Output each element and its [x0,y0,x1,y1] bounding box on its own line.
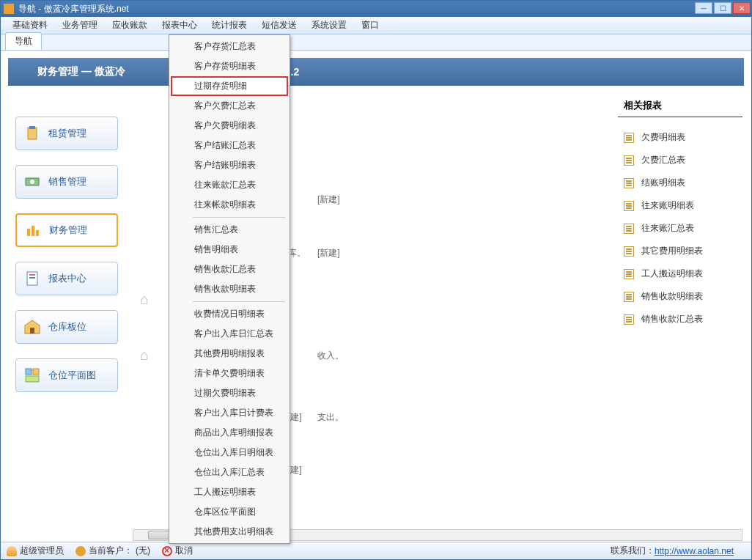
related-reports-panel: 相关报表 欠费明细表欠费汇总表结账明细表往来账明细表往来账汇总表其它费用明细表工… [618,95,742,339]
nav-rental[interactable]: 租赁管理 [15,117,118,150]
document-icon [624,269,634,279]
dropdown-item[interactable]: 其他费用支出明细表 [171,522,288,542]
bg-new-2[interactable]: [新建] [317,247,340,259]
dropdown-item[interactable]: 过期存货明细 [171,76,288,96]
related-report-label: 往来账汇总表 [641,222,694,235]
nav-sales[interactable]: 销售管理 [15,165,118,199]
window-title: 导航 - 傲蓝冷库管理系统.net [18,3,694,15]
dropdown-item[interactable]: 销售明细表 [171,240,288,259]
dropdown-item[interactable]: 工人搬运明细表 [171,482,288,502]
content-area: 财务管理 — 傲蓝冷 v5.2 租赁管理 销售管理 财务管理 报表中心 [1,51,751,542]
dropdown-item[interactable]: 清卡单欠费明细表 [171,364,288,383]
dropdown-item[interactable]: 过期欠费明细表 [171,383,288,403]
status-cancel-label: 取消 [175,545,193,557]
related-report-item[interactable]: 工人搬运明细表 [618,262,742,285]
status-customer-label: 当前客户： [89,545,133,557]
bg-new-1[interactable]: [新建] [317,194,340,206]
dropdown-item[interactable]: 收费情况日明细表 [171,304,288,324]
svg-rect-6 [36,230,39,236]
related-report-item[interactable]: 欠费明细表 [618,126,742,149]
close-button[interactable]: ✕ [733,2,751,14]
document-icon [624,224,634,234]
related-report-item[interactable]: 销售收款明细表 [618,285,742,308]
window-buttons: ─ ☐ ✕ [694,1,751,17]
related-report-item[interactable]: 销售收款汇总表 [618,308,742,331]
dropdown-item[interactable]: 客户结账明细表 [171,155,288,175]
minimize-button[interactable]: ─ [695,2,712,14]
user-icon [7,546,17,556]
related-report-item[interactable]: 其它费用明细表 [618,240,742,262]
menu-settings[interactable]: 系统设置 [304,17,354,34]
tab-nav[interactable]: 导航 [5,32,42,50]
related-report-item[interactable]: 往来账汇总表 [618,217,742,240]
dropdown-item[interactable]: 客户存货汇总表 [171,37,288,56]
menu-receivables[interactable]: 应收账款 [105,17,155,34]
menu-window[interactable]: 窗口 [354,17,386,34]
reports-icon [23,270,41,287]
related-report-item[interactable]: 欠费汇总表 [618,149,742,172]
nav-reports-label: 报表中心 [48,272,86,285]
rental-icon [23,125,41,142]
svg-rect-14 [26,376,39,382]
status-contact: 联系我们： http://www.aolan.net [611,545,734,557]
dropdown-item[interactable]: 商品出入库明细报表 [171,423,288,443]
menu-reports[interactable]: 报表中心 [155,17,204,34]
svg-rect-8 [29,274,35,276]
nav-reports[interactable]: 报表中心 [15,262,118,295]
related-report-item[interactable]: 往来账明细表 [618,194,742,217]
related-report-label: 欠费明细表 [641,131,685,144]
dropdown-item[interactable]: 其他费用明细报表 [171,344,288,364]
document-icon [624,155,634,166]
related-reports-header: 相关报表 [618,95,742,117]
maximize-button[interactable]: ☐ [714,2,731,14]
nav-floorplan[interactable]: 仓位平面图 [15,358,118,392]
reports-dropdown-menu: 客户存货汇总表客户存货明细表过期存货明细客户欠费汇总表客户欠费明细表客户结账汇总… [169,34,290,544]
document-icon [624,201,634,211]
menu-separator [193,301,285,302]
dropdown-item[interactable]: 仓库区位平面图 [171,502,288,522]
menu-basic-data[interactable]: 基础资料 [5,17,55,34]
dropdown-item[interactable]: 仓位出入库汇总表 [171,463,288,482]
document-icon [624,178,634,188]
menu-sms[interactable]: 短信发送 [254,17,304,34]
dropdown-item[interactable]: 仓位出入库日明细表 [171,443,288,463]
nav-rental-label: 租赁管理 [48,127,86,140]
nav-sidebar: 租赁管理 销售管理 财务管理 报表中心 仓库板位 仓位平面图 [15,117,125,407]
document-icon [624,314,634,325]
bg-new-4[interactable]: 支出。 [317,411,344,424]
dropdown-item[interactable]: 销售收款汇总表 [171,259,288,279]
dropdown-item[interactable]: 往来帐款明细表 [171,195,288,215]
related-report-label: 销售收款明细表 [641,290,703,303]
nav-finance[interactable]: 财务管理 [15,213,118,247]
menu-separator [193,217,285,218]
menu-stats[interactable]: 统计报表 [204,17,254,34]
dropdown-item[interactable]: 客户结账汇总表 [171,136,288,155]
tabbar: 导航 [1,34,751,51]
status-user-label: 超级管理员 [20,545,64,557]
dropdown-item[interactable]: 销售收款明细表 [171,279,288,299]
bg-home-icon-2: ⌂ [140,347,156,363]
related-report-item[interactable]: 结账明细表 [618,172,742,194]
svg-rect-9 [29,277,35,279]
contact-link[interactable]: http://www.aolan.net [655,546,734,556]
svg-rect-1 [29,126,35,129]
dropdown-item[interactable]: 往来账款汇总表 [171,175,288,195]
titlebar: 导航 - 傲蓝冷库管理系统.net ─ ☐ ✕ [1,1,751,17]
dropdown-item[interactable]: 客户欠费明细表 [171,116,288,136]
dropdown-item[interactable]: 客户出入库日汇总表 [171,324,288,344]
dropdown-item[interactable]: 客户欠费汇总表 [171,96,288,116]
related-report-label: 结账明细表 [641,177,685,189]
nav-sales-label: 销售管理 [48,175,86,188]
bg-new-3[interactable]: 收入。 [317,350,344,362]
dropdown-item[interactable]: 客户出入库日计费表 [171,403,288,423]
document-icon [624,292,634,302]
dropdown-item[interactable]: 客户存货明细表 [171,56,288,76]
nav-warehouse[interactable]: 仓库板位 [15,310,118,344]
svg-rect-5 [32,226,34,236]
svg-rect-0 [28,128,37,139]
document-icon [624,133,634,143]
svg-rect-11 [30,328,34,334]
menu-business[interactable]: 业务管理 [55,17,105,34]
status-cancel[interactable]: 取消 [162,545,193,557]
dropdown-item[interactable]: 销售汇总表 [171,220,288,240]
